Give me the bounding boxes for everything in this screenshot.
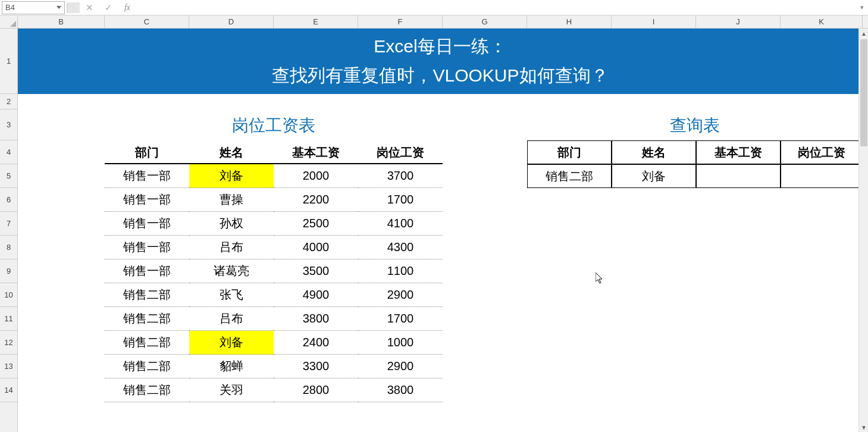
col-header-K[interactable]: K [781,15,863,28]
vertical-scrollbar[interactable]: ▲ ▼ [858,29,868,432]
salary-row-0-col-1[interactable]: 刘备 [189,164,274,188]
salary-row-8-col-0[interactable]: 销售二部 [105,355,189,378]
salary-row-1-col-2[interactable]: 2200 [274,188,358,212]
drag-handle-icon[interactable] [67,2,80,13]
col-header-C[interactable]: C [105,15,189,28]
dropdown-icon[interactable] [57,6,61,9]
salary-row-5-col-1[interactable]: 张飞 [189,283,274,307]
salary-row-7-col-3[interactable]: 1000 [358,331,443,355]
salary-row-4-col-1[interactable]: 诸葛亮 [189,259,274,283]
row-header-4[interactable]: 4 [0,140,17,164]
salary-row-7-col-0[interactable]: 销售二部 [105,331,189,355]
formula-input[interactable] [137,1,856,14]
formula-bar: B4 ✕ ✓ fx ▾ [0,0,868,15]
row-header-7[interactable]: 7 [0,212,17,236]
salary-header-0[interactable]: 部门 [105,140,189,164]
salary-row-2-col-0[interactable]: 销售一部 [105,212,189,236]
row-header-12[interactable]: 12 [0,331,17,355]
salary-row-4-col-3[interactable]: 1100 [358,259,443,283]
col-header-H[interactable]: H [527,15,612,28]
row-header-6[interactable]: 6 [0,188,17,212]
salary-row-6-col-2[interactable]: 3800 [274,307,358,331]
column-headers: BCDEFGHIJK [0,15,868,29]
salary-row-2-col-1[interactable]: 孙权 [189,212,274,236]
scroll-down-icon[interactable]: ▼ [859,422,868,432]
salary-row-1-col-3[interactable]: 1700 [358,188,443,212]
lookup-row-col-0[interactable]: 销售二部 [527,164,612,188]
lookup-row-col-2[interactable] [696,164,781,188]
lookup-header-0[interactable]: 部门 [527,140,612,164]
confirm-icon[interactable]: ✓ [99,2,118,14]
expand-formula-icon[interactable]: ▾ [856,2,868,14]
banner-line2: 查找列有重复值时，VLOOKUP如何查询？ [272,64,608,88]
salary-row-3-col-3[interactable]: 4300 [358,236,443,259]
row-headers: 1234567891011121314 [0,29,18,432]
salary-row-4-col-2[interactable]: 3500 [274,259,358,283]
salary-header-2[interactable]: 基本工资 [274,140,358,164]
lookup-row-col-3[interactable] [781,164,863,188]
lookup-row-col-1[interactable]: 刘备 [612,164,696,188]
col-header-E[interactable]: E [274,15,358,28]
lookup-header-3[interactable]: 岗位工资 [781,140,863,164]
lookup-title: 查询表 [527,114,863,137]
salary-row-1-col-0[interactable]: 销售一部 [105,188,189,212]
grid-area: 1234567891011121314 Excel每日一练： 查找列有重复值时，… [0,29,868,432]
salary-row-6-col-1[interactable]: 吕布 [189,307,274,331]
salary-row-5-col-0[interactable]: 销售二部 [105,283,189,307]
salary-row-6-col-0[interactable]: 销售二部 [105,307,189,331]
col-header-I[interactable]: I [612,15,696,28]
salary-row-1-col-1[interactable]: 曹操 [189,188,274,212]
salary-row-7-col-2[interactable]: 2400 [274,331,358,355]
salary-row-3-col-0[interactable]: 销售一部 [105,236,189,259]
row-header-5[interactable]: 5 [0,164,17,188]
salary-row-6-col-3[interactable]: 1700 [358,307,443,331]
row-header-1[interactable]: 1 [0,29,17,94]
salary-row-9-col-3[interactable]: 3800 [358,378,443,402]
salary-row-0-col-2[interactable]: 2000 [274,164,358,188]
salary-row-9-col-2[interactable]: 2800 [274,378,358,402]
fx-icon[interactable]: fx [118,2,137,14]
col-header-J[interactable]: J [696,15,781,28]
salary-header-1[interactable]: 姓名 [189,140,274,164]
scrollbar-thumb[interactable] [860,39,867,146]
salary-row-3-col-1[interactable]: 吕布 [189,236,274,259]
salary-row-8-col-1[interactable]: 貂蝉 [189,355,274,378]
cancel-icon[interactable]: ✕ [80,2,99,14]
row-header-9[interactable]: 9 [0,259,17,283]
salary-row-8-col-2[interactable]: 3300 [274,355,358,378]
salary-title: 岗位工资表 [105,114,443,137]
row-header-8[interactable]: 8 [0,236,17,259]
name-box[interactable]: B4 [2,1,65,14]
salary-row-9-col-1[interactable]: 关羽 [189,378,274,402]
col-header-B[interactable]: B [18,15,105,28]
col-header-G[interactable]: G [443,15,527,28]
salary-row-2-col-3[interactable]: 4100 [358,212,443,236]
salary-row-0-col-0[interactable]: 销售一部 [105,164,189,188]
salary-row-8-col-3[interactable]: 2900 [358,355,443,378]
salary-row-5-col-2[interactable]: 4900 [274,283,358,307]
row-header-14[interactable]: 14 [0,378,17,402]
lookup-header-2[interactable]: 基本工资 [696,140,781,164]
salary-header-3[interactable]: 岗位工资 [358,140,443,164]
row-header-10[interactable]: 10 [0,283,17,307]
name-box-value: B4 [5,3,15,12]
salary-row-0-col-3[interactable]: 3700 [358,164,443,188]
select-all-button[interactable] [0,15,18,28]
salary-row-7-col-1[interactable]: 刘备 [189,331,274,355]
col-header-D[interactable]: D [189,15,274,28]
cells-area[interactable]: Excel每日一练： 查找列有重复值时，VLOOKUP如何查询？ 岗位工资表 查… [18,29,868,432]
scroll-up-icon[interactable]: ▲ [859,29,868,38]
salary-row-5-col-3[interactable]: 2900 [358,283,443,307]
row-header-2[interactable]: 2 [0,94,17,109]
lookup-header-1[interactable]: 姓名 [612,140,696,164]
title-banner: Excel每日一练： 查找列有重复值时，VLOOKUP如何查询？ [18,29,863,94]
salary-row-2-col-2[interactable]: 2500 [274,212,358,236]
salary-row-9-col-0[interactable]: 销售二部 [105,378,189,402]
banner-line1: Excel每日一练： [374,35,506,59]
col-header-F[interactable]: F [358,15,443,28]
row-header-13[interactable]: 13 [0,355,17,378]
row-header-3[interactable]: 3 [0,109,17,140]
salary-row-4-col-0[interactable]: 销售一部 [105,259,189,283]
row-header-11[interactable]: 11 [0,307,17,331]
salary-row-3-col-2[interactable]: 4000 [274,236,358,259]
